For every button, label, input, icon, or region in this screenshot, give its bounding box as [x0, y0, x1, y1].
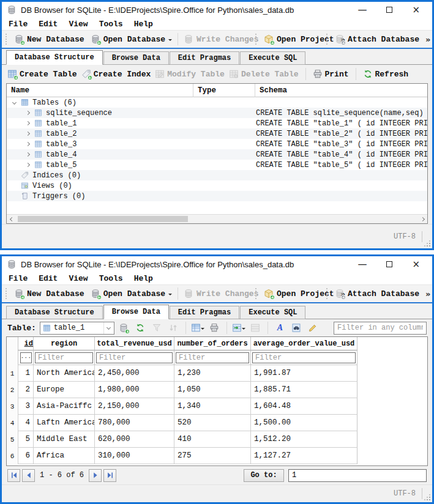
cell[interactable]: 6	[18, 448, 33, 464]
minimize-button[interactable]: —	[357, 6, 367, 14]
menu-item-edit[interactable]: Edit	[33, 274, 63, 283]
cell[interactable]: 2,450,000	[94, 365, 174, 382]
new-database-button[interactable]: New Database	[11, 33, 88, 45]
cell[interactable]: 1,127.27	[250, 448, 357, 464]
nav-next-button[interactable]	[89, 469, 102, 482]
tree-row-sqlite-sequence[interactable]: sqlite_sequenceCREATE TABLE sqlite_seque…	[7, 108, 427, 118]
tab-database-structure[interactable]: Database Structure	[6, 306, 103, 319]
cell[interactable]: 1,604.48	[250, 398, 357, 415]
filter-options-button[interactable]: ···	[20, 352, 32, 363]
filter-input-region[interactable]	[35, 352, 93, 363]
menu-item-view[interactable]: View	[63, 274, 93, 283]
menu-item-file[interactable]: File	[3, 274, 33, 283]
cell[interactable]: 1,512.20	[250, 431, 357, 448]
open-database-button[interactable]: Open Database	[88, 33, 175, 45]
tree-row-table-3[interactable]: table_3CREATE TABLE "table_3" ( id INTEG…	[7, 139, 427, 149]
open-database-button[interactable]: Open Database	[88, 287, 175, 300]
cell[interactable]: 1,885.71	[250, 382, 357, 398]
combobox-arrow-icon[interactable]	[103, 322, 114, 334]
edit-record-button[interactable]	[306, 321, 320, 335]
maximize-button[interactable]	[386, 261, 392, 267]
new-database-button[interactable]: New Database	[11, 287, 88, 300]
close-button[interactable]: ×	[412, 6, 420, 14]
chevron-right-icon[interactable]	[26, 142, 30, 146]
row-number[interactable]: 2	[7, 382, 18, 398]
cell[interactable]: 1,500.00	[250, 415, 357, 431]
scrollbar-right-arrow[interactable]	[417, 218, 427, 221]
tab-database-structure[interactable]: Database Structure	[6, 50, 103, 65]
cell[interactable]: Africa	[33, 448, 94, 464]
column-header-total-revenue[interactable]: total_revenue_usd	[94, 337, 174, 350]
cell[interactable]: 1,991.87	[250, 365, 357, 382]
tree-row-table-1[interactable]: table_1CREATE TABLE "table_1" ( id INTEG…	[7, 118, 427, 128]
resize-grip-icon[interactable]	[425, 241, 431, 247]
tree-row-table-4[interactable]: table_4CREATE TABLE "table_4" ( id INTEG…	[7, 149, 427, 160]
new-record-button[interactable]	[117, 321, 131, 335]
cell[interactable]: Laftn America	[33, 415, 94, 431]
minimize-button[interactable]: —	[357, 260, 367, 269]
horizontal-scrollbar[interactable]	[7, 214, 427, 223]
refresh-button[interactable]	[133, 321, 148, 335]
cell[interactable]: 275	[174, 448, 250, 464]
menu-item-edit[interactable]: Edit	[33, 20, 63, 29]
column-header-type[interactable]: Type	[193, 84, 255, 97]
cell[interactable]: North America	[33, 365, 94, 382]
tree-row-tables[interactable]: Tables (6)	[7, 97, 427, 108]
table-selector-combobox[interactable]: table_1	[40, 322, 114, 335]
tree-row-views[interactable]: Views (0)	[7, 180, 427, 191]
filter-input-number-of-orders[interactable]	[176, 352, 249, 363]
chevron-right-icon[interactable]	[26, 163, 30, 167]
insert-record-button[interactable]	[232, 321, 246, 335]
create-index-button[interactable]: Create Index	[81, 69, 151, 79]
goto-button[interactable]: Go to:	[244, 469, 284, 482]
scrollbar-thumb[interactable]	[18, 216, 188, 222]
chevron-right-icon[interactable]	[26, 132, 30, 136]
cell[interactable]: 1,050	[174, 382, 250, 398]
refresh-button[interactable]: Refresh	[363, 69, 409, 79]
cell[interactable]: 5	[18, 431, 33, 448]
row-number[interactable]: 6	[7, 448, 18, 464]
nav-last-button[interactable]	[103, 469, 116, 482]
menu-item-tools[interactable]: Tools	[94, 20, 129, 29]
font-button[interactable]: A	[273, 321, 287, 335]
tree-row-table-2[interactable]: table_2CREATE TABLE "table_2" ( id INTEG…	[7, 128, 427, 139]
toolbar-overflow-button[interactable]: »	[422, 289, 433, 298]
nav-first-button[interactable]	[7, 469, 20, 482]
menu-item-help[interactable]: Help	[129, 274, 159, 283]
cell[interactable]: 620,000	[94, 431, 174, 448]
cell[interactable]: 3	[18, 398, 33, 415]
cell[interactable]: Asia-Paciffc	[33, 398, 94, 415]
row-number[interactable]: 5	[7, 431, 18, 448]
create-table-button[interactable]: Create Table	[7, 69, 77, 79]
tree-row-triggers[interactable]: Triggers (0)	[7, 191, 427, 201]
maximize-button[interactable]	[386, 7, 392, 13]
chevron-down-icon[interactable]	[12, 100, 17, 105]
cell[interactable]: 310,000	[94, 448, 174, 464]
cell[interactable]: 780,000	[94, 415, 174, 431]
filter-any-column-input[interactable]	[334, 322, 427, 335]
column-header-schema[interactable]: Schema	[255, 84, 427, 97]
cell[interactable]: Europe	[33, 382, 94, 398]
menu-item-tools[interactable]: Tools	[94, 274, 129, 283]
find-button[interactable]	[290, 321, 304, 335]
row-number[interactable]: 3	[7, 398, 18, 415]
tab-execute-sql[interactable]: Execute SQL	[240, 51, 305, 65]
cell[interactable]: 1,980,000	[94, 382, 174, 398]
menu-item-file[interactable]: File	[3, 20, 33, 29]
cell[interactable]: 410	[174, 431, 250, 448]
nav-prev-button[interactable]	[22, 469, 35, 482]
attach-database-button[interactable]: Attach Database	[332, 287, 422, 300]
tree-row-indices[interactable]: Indices (0)	[7, 170, 427, 180]
tab-edit-pragmas[interactable]: Edit Pragmas	[170, 51, 239, 65]
dropdown-arrow-icon[interactable]	[168, 39, 172, 43]
tab-browse-data[interactable]: Browse Data	[103, 305, 169, 319]
menu-item-view[interactable]: View	[63, 20, 93, 29]
row-number[interactable]: 4	[7, 415, 18, 431]
dropdown-arrow-icon[interactable]	[168, 294, 172, 297]
cell[interactable]: 1	[18, 365, 33, 382]
tab-execute-sql[interactable]: Execute SQL	[240, 306, 305, 319]
dropdown-arrow-icon[interactable]	[201, 328, 204, 332]
column-header-number-of-orders[interactable]: number_of_orders	[174, 337, 250, 350]
column-header-name[interactable]: Name	[7, 84, 193, 97]
cell[interactable]: 1,230	[174, 365, 250, 382]
